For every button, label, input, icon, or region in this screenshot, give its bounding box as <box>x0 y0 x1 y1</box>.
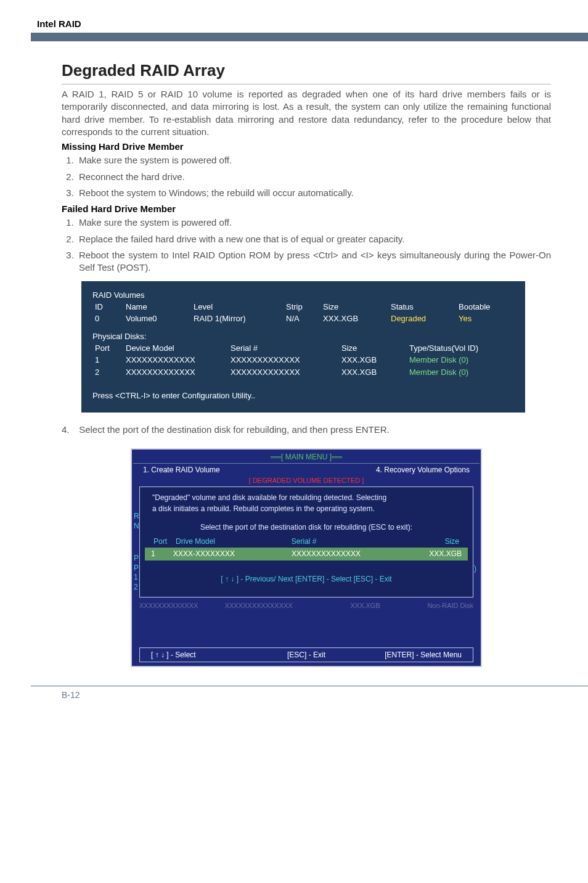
footer-select: [ ↑ ↓ ] - Select <box>151 650 255 660</box>
hcol-port: Port <box>153 536 176 546</box>
missing-step-1: Make sure the system is powered off. <box>76 153 551 169</box>
hcol-model: Drive Model <box>176 536 292 546</box>
vol-level: RAID 1(Mirror) <box>191 313 284 325</box>
vol-bootable: Yes <box>456 313 514 325</box>
footer-exit: [ESC] - Exit <box>255 650 358 660</box>
ghost-c2: XXXXXXXXXXXXXXX <box>225 601 311 610</box>
pd1-port: 1 <box>92 354 123 366</box>
col-level: Level <box>191 301 284 313</box>
col-status: Status <box>388 301 456 313</box>
missing-step-3: Reboot the system to Windows; the rebuil… <box>76 186 551 202</box>
rom-footer-bar: [ ↑ ↓ ] - Select [ESC] - Exit [ENTER] - … <box>139 647 473 662</box>
missing-member-heading: Missing Hard Drive Member <box>62 141 551 153</box>
main-menu-title: ══[ MAIN MENU ]══ <box>133 451 480 464</box>
pd1-type: Member Disk (0) <box>407 354 514 366</box>
intro-paragraph: A RAID 1, RAID 5 or RAID 10 volume is re… <box>62 88 551 138</box>
hrow-port: 1 <box>151 549 173 559</box>
menu-recovery-options[interactable]: 4. Recovery Volume Options <box>306 465 470 475</box>
raid-volumes-label: RAID Volumes <box>92 290 514 301</box>
menu-create-raid[interactable]: 1. Create RAID Volume <box>143 465 306 475</box>
footer-divider <box>31 686 588 686</box>
hcol-size: Size <box>398 536 459 546</box>
step-4: 4. Select the port of the destination di… <box>62 424 551 436</box>
physical-disks-table: Port Device Model Serial # Size Type/Sta… <box>92 342 514 379</box>
pcol-size: Size <box>339 342 407 355</box>
page-header: Intel RAID <box>0 18 588 33</box>
step-4-text: Select the port of the destination disk … <box>79 424 390 435</box>
col-size: Size <box>321 301 388 313</box>
pd2-model: XXXXXXXXXXXXX <box>123 366 228 379</box>
ghost-c3: XXX.XGB <box>310 601 380 610</box>
section-title: Degraded RAID Array <box>62 60 551 84</box>
hrow-size: XXX.XGB <box>400 549 462 559</box>
missing-steps-list: Make sure the system is powered off. Rec… <box>62 153 551 202</box>
pd2-type: Member Disk (0) <box>407 366 514 379</box>
bios-raid-status-panel: RAID Volumes ID Name Level Strip Size St… <box>81 281 525 412</box>
ghost-c1: XXXXXXXXXXXXX <box>139 601 225 610</box>
failed-steps-list: Make sure the system is powered off. Rep… <box>62 215 551 276</box>
hrow-serial: XXXXXXXXXXXXXX <box>292 549 400 559</box>
hcol-serial: Serial # <box>292 536 398 546</box>
footer-select-menu: [ENTER] - Select Menu <box>358 650 462 660</box>
side-letters-pp12: PP12 <box>134 554 140 592</box>
side-letters-rn: RN <box>134 512 140 531</box>
option-rom-screen: ══[ MAIN MENU ]══ 1. Create RAID Volume … <box>131 448 482 667</box>
hrow-model: XXXX-XXXXXXXX <box>173 549 292 559</box>
physical-disks-label: Physical Disks: <box>92 325 514 342</box>
dialog-line-3: Select the port of the destination disk … <box>147 514 465 533</box>
pcol-port: Port <box>92 342 123 355</box>
page-number: B-12 <box>62 690 588 700</box>
pd1-serial: XXXXXXXXXXXXX <box>228 354 339 366</box>
port-table-header: Port Drive Model Serial # Size <box>147 533 465 548</box>
vol-status: Degraded <box>388 313 456 325</box>
ghost-disk-row: XXXXXXXXXXXXX XXXXXXXXXXXXXXX XXX.XGB No… <box>133 601 480 610</box>
col-id: ID <box>92 301 123 313</box>
col-name: Name <box>123 301 191 313</box>
header-bar <box>31 33 588 41</box>
vol-id: 0 <box>92 313 123 325</box>
col-bootable: Bootable <box>456 301 514 313</box>
vol-name: Volume0 <box>123 313 191 325</box>
step-4-number: 4. <box>62 424 76 436</box>
port-table-row-selected[interactable]: 1 XXXX-XXXXXXXX XXXXXXXXXXXXXX XXX.XGB <box>145 548 468 560</box>
dialog-line-2: a disk initiates a rebuild. Rebuild comp… <box>147 503 465 514</box>
col-strip: Strip <box>284 301 321 313</box>
raid-volumes-table: ID Name Level Strip Size Status Bootable… <box>92 301 514 325</box>
pd2-serial: XXXXXXXXXXXXX <box>228 366 339 379</box>
nav-hints: [ ↑ ↓ ] - Previous/ Next [ENTER] - Selec… <box>147 561 465 584</box>
ghost-c4: Non-RAID Disk <box>380 601 473 610</box>
vol-size: XXX.XGB <box>321 313 388 325</box>
pd2-size: XXX.XGB <box>339 366 407 379</box>
failed-member-heading: Failed Hard Drive Member <box>62 203 551 215</box>
failed-step-1: Make sure the system is powered off. <box>76 215 551 231</box>
main-menu-text: MAIN MENU <box>285 453 328 461</box>
pcol-model: Device Model <box>123 342 228 355</box>
pd1-size: XXX.XGB <box>339 354 407 366</box>
ctrl-i-prompt: Press <CTRL-I> to enter Configuration Ut… <box>92 378 514 401</box>
side-paren: ) <box>474 564 476 573</box>
failed-step-2: Replace the failed hard drive with a new… <box>76 232 551 248</box>
pcol-type: Type/Status(Vol ID) <box>407 342 514 355</box>
menu-row: 1. Create RAID Volume 4. Recovery Volume… <box>133 464 480 477</box>
dialog-line-1: "Degraded" volume and disk available for… <box>147 492 465 503</box>
degraded-dialog: RN PP12 "Degraded" volume and disk avail… <box>139 487 473 598</box>
failed-step-3: Reboot the system to Intel RAID Option R… <box>76 248 551 277</box>
pd1-model: XXXXXXXXXXXXX <box>123 354 228 366</box>
pd2-port: 2 <box>92 366 123 379</box>
degraded-volume-banner: [ DEGRADED VOLUME DETECTED ] <box>133 476 480 485</box>
vol-strip: N/A <box>284 313 321 325</box>
pcol-serial: Serial # <box>228 342 339 355</box>
missing-step-2: Reconnect the hard drive. <box>76 170 551 186</box>
